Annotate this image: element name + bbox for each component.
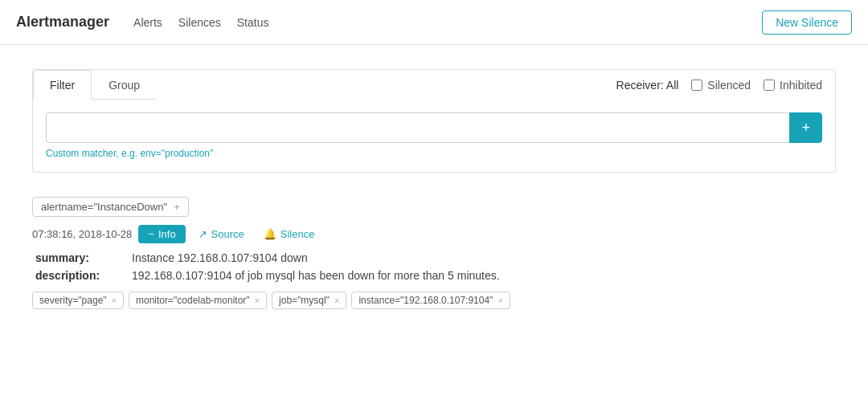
source-button-label: Source [211, 228, 244, 240]
alert-details: summary: Instance 192.168.0.107:9104 dow… [32, 251, 836, 282]
tag: instance="192.168.0.107:9104"× [351, 292, 510, 309]
tag: monitor="codelab-monitor"× [129, 292, 267, 309]
inhibited-label: Inhibited [780, 79, 822, 92]
nav-status[interactable]: Status [237, 13, 269, 32]
tag-remove-button[interactable]: × [497, 296, 502, 305]
tab-group[interactable]: Group [92, 70, 157, 100]
nav-links: Alerts Silences Status [133, 13, 762, 32]
group-tag: alertname="InstanceDown" + [32, 197, 189, 217]
tag-remove-button[interactable]: × [334, 296, 339, 305]
info-button[interactable]: − Info [138, 225, 185, 243]
tag: job="mysql"× [272, 292, 346, 309]
tab-filter[interactable]: Filter [33, 70, 92, 100]
alert-row: 07:38:16, 2018-10-28 − Info ↗ Source 🔔 S… [32, 225, 836, 243]
filter-add-button[interactable]: + [789, 112, 822, 143]
description-val: 192.168.0.107:9104 of job mysql has been… [132, 269, 500, 282]
tag-remove-button[interactable]: × [112, 296, 117, 305]
filter-tab-row: Filter Group Receiver: All Silenced Inhi… [33, 70, 835, 100]
filter-tabs: Filter Group [33, 70, 157, 100]
filter-card: Filter Group Receiver: All Silenced Inhi… [32, 69, 836, 173]
inhibited-checkbox-label[interactable]: Inhibited [764, 79, 822, 92]
filter-input-row: + [46, 112, 822, 143]
filter-input[interactable] [46, 112, 789, 143]
summary-val: Instance 192.168.0.107:9104 down [132, 251, 308, 264]
minus-icon: − [148, 228, 154, 240]
filter-hint-example: env="production" [140, 148, 213, 159]
source-button[interactable]: ↗ Source [192, 225, 251, 243]
inhibited-checkbox[interactable] [764, 80, 775, 91]
new-silence-button[interactable]: New Silence [762, 10, 852, 35]
description-key: description: [35, 269, 132, 282]
app-brand: Alertmanager [16, 14, 109, 31]
filter-hint: Custom matcher, e.g. env="production" [46, 148, 822, 159]
silenced-checkbox-label[interactable]: Silenced [691, 79, 751, 92]
silence-button[interactable]: 🔔 Silence [257, 225, 321, 243]
info-button-label: Info [158, 228, 176, 240]
silenced-label: Silenced [707, 79, 751, 92]
group-tag-label: alertname="InstanceDown" [41, 201, 167, 213]
filter-right: Receiver: All Silenced Inhibited [604, 79, 835, 92]
bell-icon: 🔔 [264, 228, 276, 240]
summary-row: summary: Instance 192.168.0.107:9104 dow… [35, 251, 836, 264]
description-row: description: 192.168.0.107:9104 of job m… [35, 269, 836, 282]
silenced-checkbox[interactable] [691, 80, 702, 91]
trend-icon: ↗ [199, 228, 207, 240]
alert-group: alertname="InstanceDown" + 07:38:16, 201… [32, 197, 836, 309]
summary-key: summary: [35, 251, 132, 264]
tag: severity="page"× [32, 292, 124, 309]
alert-timestamp: 07:38:16, 2018-10-28 [32, 228, 132, 240]
group-tag-plus-button[interactable]: + [174, 201, 180, 213]
group-tag-row: alertname="InstanceDown" + [32, 197, 836, 225]
filter-hint-text: Custom matcher, e.g. [46, 148, 140, 159]
tags-row: severity="page"×monitor="codelab-monitor… [32, 292, 836, 309]
navbar: Alertmanager Alerts Silences Status New … [0, 0, 868, 45]
tag-remove-button[interactable]: × [255, 296, 260, 305]
nav-alerts[interactable]: Alerts [133, 13, 162, 32]
silence-button-label: Silence [280, 228, 315, 240]
nav-silences[interactable]: Silences [178, 13, 221, 32]
filter-body: + Custom matcher, e.g. env="production" [33, 100, 835, 172]
main-content: Filter Group Receiver: All Silenced Inhi… [0, 45, 868, 349]
receiver-label: Receiver: All [616, 79, 679, 92]
